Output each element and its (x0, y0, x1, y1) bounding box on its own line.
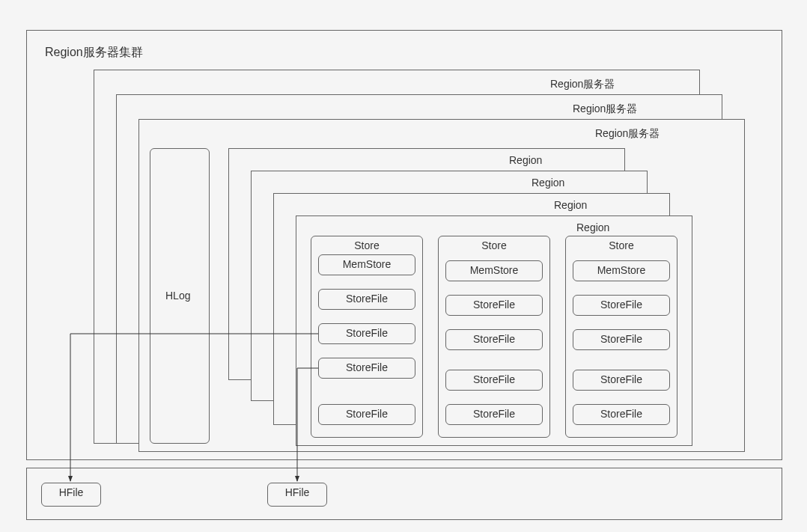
store-1-sf1-label: StoreFile (319, 290, 415, 308)
store-1-memstore-label: MemStore (319, 255, 415, 273)
store-2-sf2: StoreFile (445, 329, 543, 350)
store-3-sf4: StoreFile (573, 404, 670, 425)
region-server-3-label: Region服务器 (550, 78, 615, 91)
store-3-memstore: MemStore (573, 260, 670, 281)
bottom-box (26, 468, 782, 520)
hfile-1-box: HFile (41, 483, 101, 507)
store-1-memstore: MemStore (318, 254, 415, 275)
store-3-sf1-label: StoreFile (573, 296, 669, 314)
hfile-1-label: HFile (42, 483, 100, 501)
store-2-sf4-label: StoreFile (446, 405, 542, 423)
store-1-sf3: StoreFile (318, 358, 415, 379)
store-3-sf3: StoreFile (573, 370, 670, 391)
store-3-sf4-label: StoreFile (573, 405, 669, 423)
region-server-1-label: Region服务器 (595, 127, 660, 141)
store-2-sf3: StoreFile (445, 370, 543, 391)
region-server-2-label: Region服务器 (573, 103, 637, 116)
region-3-label: Region (532, 177, 564, 189)
region-1-label: Region (576, 221, 609, 233)
store-1-sf4: StoreFile (318, 404, 415, 425)
store-2-label: Store (439, 236, 549, 254)
store-2-memstore: MemStore (445, 260, 543, 281)
hfile-2-box: HFile (267, 483, 327, 507)
store-2-sf3-label: StoreFile (446, 370, 542, 388)
hlog-label: HLog (165, 290, 190, 302)
store-2-memstore-label: MemStore (446, 261, 542, 279)
store-3-sf1: StoreFile (573, 295, 670, 316)
hfile-2-label: HFile (268, 483, 326, 501)
region-4-label: Region (509, 154, 542, 166)
region-2-label: Region (554, 199, 587, 211)
store-1-sf3-label: StoreFile (319, 358, 415, 376)
store-3-sf2-label: StoreFile (573, 330, 669, 348)
store-2-sf4: StoreFile (445, 404, 543, 425)
store-2-sf1-label: StoreFile (446, 296, 542, 314)
store-3-sf2: StoreFile (573, 329, 670, 350)
store-2-sf1: StoreFile (445, 295, 543, 316)
store-3-label: Store (566, 236, 677, 254)
cluster-title: Region服务器集群 (45, 45, 143, 61)
store-1-sf2-label: StoreFile (319, 324, 415, 342)
store-3-sf3-label: StoreFile (573, 370, 669, 388)
store-1-sf2: StoreFile (318, 323, 415, 344)
store-3-memstore-label: MemStore (573, 261, 669, 279)
store-1-sf1: StoreFile (318, 289, 415, 310)
store-1-sf4-label: StoreFile (319, 405, 415, 423)
store-1-label: Store (311, 236, 422, 254)
store-2-sf2-label: StoreFile (446, 330, 542, 348)
